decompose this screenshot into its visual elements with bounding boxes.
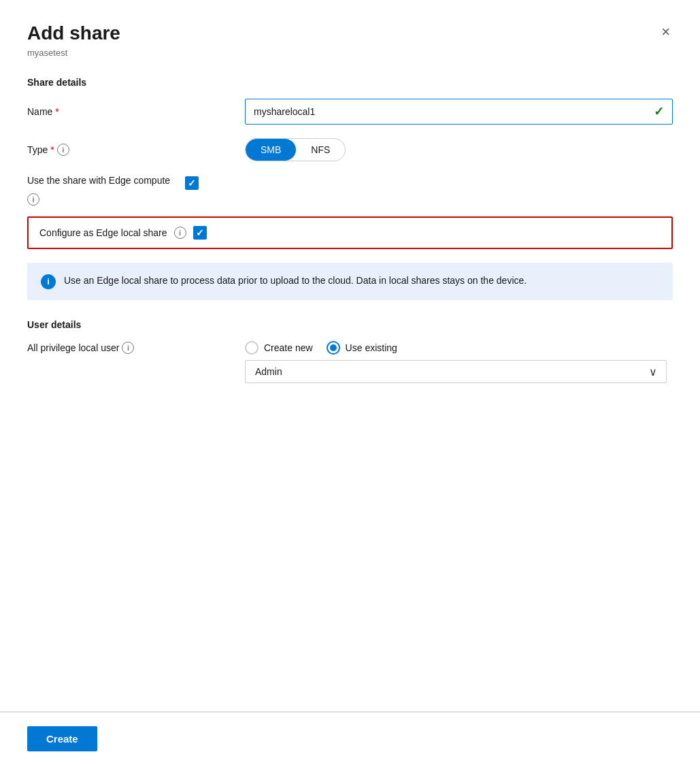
dialog-footer: Create [0,712,700,765]
edge-local-info-icon: i [174,227,186,239]
admin-dropdown[interactable]: Admin User1 User2 [245,360,667,383]
smb-toggle-button[interactable]: SMB [246,139,296,161]
create-new-radio-outer [245,341,259,355]
name-row: Name * mysharelocal1 ✓ [27,99,673,125]
privilege-user-row: All privilege local user i Create new Us… [27,341,673,355]
type-toggle-group: SMB NFS [245,138,346,161]
dialog-subtitle: myasetest [27,48,673,58]
privilege-info-icon: i [122,342,134,354]
type-required-star: * [50,144,54,155]
type-info-icon: i [57,144,69,156]
edge-compute-row: Use the share with Edge compute ✓ [27,175,673,190]
dialog-title: Add share [27,22,120,45]
use-existing-radio-outer [327,341,340,355]
edge-compute-checkbox[interactable]: ✓ [185,176,199,190]
create-new-label: Create new [264,342,313,353]
create-new-option[interactable]: Create new [245,341,313,355]
create-button[interactable]: Create [27,726,97,751]
edge-compute-info-icon: i [27,193,39,206]
info-banner-icon: i [41,274,56,289]
nfs-toggle-button[interactable]: NFS [296,139,345,161]
user-details-section-title: User details [27,319,673,330]
type-label: Type * i [27,144,245,156]
privilege-radio-group: Create new Use existing [245,341,397,355]
name-required-star: * [55,106,59,117]
edge-compute-label: Use the share with Edge compute [27,175,170,186]
edge-local-check-icon: ✓ [196,228,204,238]
valid-checkmark-icon: ✓ [654,104,664,119]
use-existing-label: Use existing [346,342,397,353]
name-input-display[interactable]: mysharelocal1 ✓ [245,99,673,125]
user-details-section: User details All privilege local user i … [27,319,673,383]
edge-local-checkbox[interactable]: ✓ [193,226,207,240]
edge-compute-check-icon: ✓ [188,178,196,188]
edge-local-share-box: Configure as Edge local share i ✓ [27,216,673,249]
admin-dropdown-wrap: Admin User1 User2 ∨ [245,360,667,383]
use-existing-radio-inner [330,344,337,351]
name-label: Name * [27,106,245,117]
info-banner-text: Use an Edge local share to process data … [64,274,527,288]
info-banner: i Use an Edge local share to process dat… [27,263,673,300]
type-row: Type * i SMB NFS [27,138,673,161]
edge-local-label: Configure as Edge local share [39,227,167,238]
share-details-section-title: Share details [27,77,673,88]
name-input-value: mysharelocal1 [254,106,315,117]
use-existing-option[interactable]: Use existing [327,341,397,355]
privilege-label: All privilege local user i [27,342,245,354]
close-button[interactable]: × [659,22,673,42]
